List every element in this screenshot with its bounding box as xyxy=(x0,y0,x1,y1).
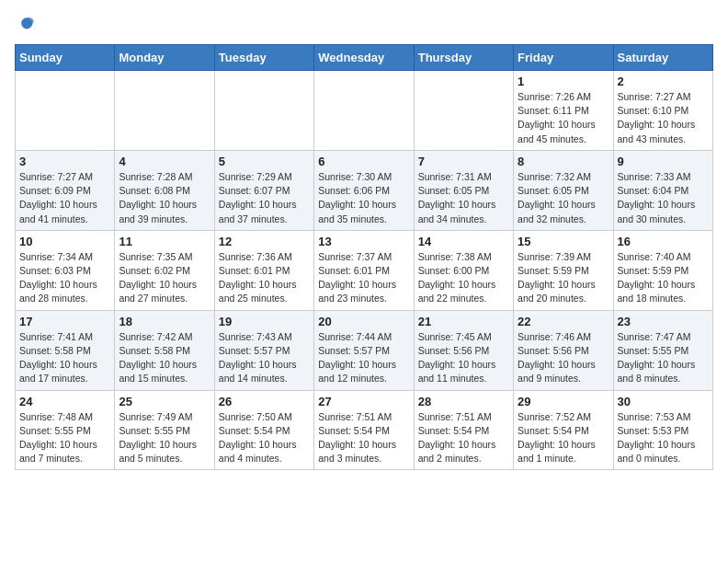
calendar-cell: 1Sunrise: 7:26 AM Sunset: 6:11 PM Daylig… xyxy=(514,71,613,151)
calendar-cell: 27Sunrise: 7:51 AM Sunset: 5:54 PM Dayli… xyxy=(314,390,414,470)
calendar-cell: 10Sunrise: 7:34 AM Sunset: 6:03 PM Dayli… xyxy=(16,230,115,310)
calendar-cell: 15Sunrise: 7:39 AM Sunset: 5:59 PM Dayli… xyxy=(514,230,613,310)
day-number: 24 xyxy=(19,395,110,408)
day-info: Sunrise: 7:32 AM Sunset: 6:05 PM Dayligh… xyxy=(518,170,609,226)
calendar-cell: 8Sunrise: 7:32 AM Sunset: 6:05 PM Daylig… xyxy=(514,150,613,230)
calendar-cell xyxy=(214,71,313,151)
calendar-week-3: 10Sunrise: 7:34 AM Sunset: 6:03 PM Dayli… xyxy=(16,230,713,310)
day-info: Sunrise: 7:45 AM Sunset: 5:56 PM Dayligh… xyxy=(418,330,509,386)
day-info: Sunrise: 7:29 AM Sunset: 6:07 PM Dayligh… xyxy=(219,170,310,226)
day-info: Sunrise: 7:38 AM Sunset: 6:00 PM Dayligh… xyxy=(418,250,509,306)
day-number: 5 xyxy=(219,155,310,168)
calendar-cell: 7Sunrise: 7:31 AM Sunset: 6:05 PM Daylig… xyxy=(414,150,513,230)
day-info: Sunrise: 7:46 AM Sunset: 5:56 PM Dayligh… xyxy=(518,330,609,386)
calendar-cell xyxy=(414,71,513,151)
day-info: Sunrise: 7:43 AM Sunset: 5:57 PM Dayligh… xyxy=(219,330,310,386)
day-number: 9 xyxy=(618,155,709,168)
day-number: 30 xyxy=(618,395,709,408)
calendar-cell xyxy=(314,71,414,151)
calendar-header-tuesday: Tuesday xyxy=(214,45,313,71)
calendar-header-saturday: Saturday xyxy=(613,45,712,71)
day-number: 6 xyxy=(318,155,409,168)
calendar-cell: 2Sunrise: 7:27 AM Sunset: 6:10 PM Daylig… xyxy=(613,71,712,151)
day-info: Sunrise: 7:27 AM Sunset: 6:10 PM Dayligh… xyxy=(618,90,709,146)
calendar-cell: 30Sunrise: 7:53 AM Sunset: 5:53 PM Dayli… xyxy=(613,390,712,470)
day-info: Sunrise: 7:52 AM Sunset: 5:54 PM Dayligh… xyxy=(518,410,609,466)
calendar-cell: 17Sunrise: 7:41 AM Sunset: 5:58 PM Dayli… xyxy=(16,310,115,390)
day-info: Sunrise: 7:35 AM Sunset: 6:02 PM Dayligh… xyxy=(119,250,210,306)
calendar-header-row: SundayMondayTuesdayWednesdayThursdayFrid… xyxy=(16,45,713,71)
calendar-cell: 26Sunrise: 7:50 AM Sunset: 5:54 PM Dayli… xyxy=(214,390,313,470)
day-info: Sunrise: 7:27 AM Sunset: 6:09 PM Dayligh… xyxy=(19,170,110,226)
calendar-week-5: 24Sunrise: 7:48 AM Sunset: 5:55 PM Dayli… xyxy=(16,390,713,470)
calendar-cell: 24Sunrise: 7:48 AM Sunset: 5:55 PM Dayli… xyxy=(16,390,115,470)
logo-bird-icon xyxy=(17,15,37,35)
day-number: 25 xyxy=(119,395,210,408)
calendar-cell: 28Sunrise: 7:51 AM Sunset: 5:54 PM Dayli… xyxy=(414,390,513,470)
calendar-cell: 4Sunrise: 7:28 AM Sunset: 6:08 PM Daylig… xyxy=(115,150,214,230)
calendar-cell: 18Sunrise: 7:42 AM Sunset: 5:58 PM Dayli… xyxy=(115,310,214,390)
day-info: Sunrise: 7:53 AM Sunset: 5:53 PM Dayligh… xyxy=(618,410,709,466)
day-number: 19 xyxy=(219,315,310,328)
day-number: 21 xyxy=(418,315,509,328)
calendar-cell: 3Sunrise: 7:27 AM Sunset: 6:09 PM Daylig… xyxy=(16,150,115,230)
day-info: Sunrise: 7:51 AM Sunset: 5:54 PM Dayligh… xyxy=(318,410,409,466)
day-number: 7 xyxy=(418,155,509,168)
day-info: Sunrise: 7:31 AM Sunset: 6:05 PM Dayligh… xyxy=(418,170,509,226)
day-info: Sunrise: 7:48 AM Sunset: 5:55 PM Dayligh… xyxy=(19,410,110,466)
calendar-cell: 6Sunrise: 7:30 AM Sunset: 6:06 PM Daylig… xyxy=(314,150,414,230)
day-info: Sunrise: 7:34 AM Sunset: 6:03 PM Dayligh… xyxy=(19,250,110,306)
day-number: 23 xyxy=(618,315,709,328)
day-info: Sunrise: 7:51 AM Sunset: 5:54 PM Dayligh… xyxy=(418,410,509,466)
day-info: Sunrise: 7:37 AM Sunset: 6:01 PM Dayligh… xyxy=(318,250,409,306)
day-number: 27 xyxy=(318,395,409,408)
day-info: Sunrise: 7:40 AM Sunset: 5:59 PM Dayligh… xyxy=(618,250,709,306)
day-number: 14 xyxy=(418,235,509,248)
day-info: Sunrise: 7:44 AM Sunset: 5:57 PM Dayligh… xyxy=(318,330,409,386)
calendar-cell: 20Sunrise: 7:44 AM Sunset: 5:57 PM Dayli… xyxy=(314,310,414,390)
day-info: Sunrise: 7:28 AM Sunset: 6:08 PM Dayligh… xyxy=(119,170,210,226)
calendar-cell: 13Sunrise: 7:37 AM Sunset: 6:01 PM Dayli… xyxy=(314,230,414,310)
calendar-cell: 29Sunrise: 7:52 AM Sunset: 5:54 PM Dayli… xyxy=(514,390,613,470)
day-number: 12 xyxy=(219,235,310,248)
day-number: 2 xyxy=(618,75,709,88)
calendar-cell: 19Sunrise: 7:43 AM Sunset: 5:57 PM Dayli… xyxy=(214,310,313,390)
calendar-cell: 12Sunrise: 7:36 AM Sunset: 6:01 PM Dayli… xyxy=(214,230,313,310)
calendar-header-thursday: Thursday xyxy=(414,45,513,71)
day-number: 16 xyxy=(618,235,709,248)
day-info: Sunrise: 7:49 AM Sunset: 5:55 PM Dayligh… xyxy=(119,410,210,466)
page-header xyxy=(15,15,713,35)
day-info: Sunrise: 7:41 AM Sunset: 5:58 PM Dayligh… xyxy=(19,330,110,386)
calendar-week-4: 17Sunrise: 7:41 AM Sunset: 5:58 PM Dayli… xyxy=(16,310,713,390)
day-info: Sunrise: 7:33 AM Sunset: 6:04 PM Dayligh… xyxy=(618,170,709,226)
day-number: 4 xyxy=(119,155,210,168)
calendar-table: SundayMondayTuesdayWednesdayThursdayFrid… xyxy=(15,44,713,470)
day-info: Sunrise: 7:42 AM Sunset: 5:58 PM Dayligh… xyxy=(119,330,210,386)
day-number: 17 xyxy=(19,315,110,328)
day-number: 26 xyxy=(219,395,310,408)
day-number: 15 xyxy=(518,235,609,248)
calendar-cell: 22Sunrise: 7:46 AM Sunset: 5:56 PM Dayli… xyxy=(514,310,613,390)
day-number: 28 xyxy=(418,395,509,408)
logo xyxy=(15,15,37,35)
calendar-cell: 21Sunrise: 7:45 AM Sunset: 5:56 PM Dayli… xyxy=(414,310,513,390)
day-number: 8 xyxy=(518,155,609,168)
day-info: Sunrise: 7:47 AM Sunset: 5:55 PM Dayligh… xyxy=(618,330,709,386)
day-number: 3 xyxy=(19,155,110,168)
day-info: Sunrise: 7:36 AM Sunset: 6:01 PM Dayligh… xyxy=(219,250,310,306)
day-number: 29 xyxy=(518,395,609,408)
calendar-cell: 23Sunrise: 7:47 AM Sunset: 5:55 PM Dayli… xyxy=(613,310,712,390)
day-info: Sunrise: 7:26 AM Sunset: 6:11 PM Dayligh… xyxy=(518,90,609,146)
calendar-cell: 9Sunrise: 7:33 AM Sunset: 6:04 PM Daylig… xyxy=(613,150,712,230)
day-number: 10 xyxy=(19,235,110,248)
calendar-cell: 16Sunrise: 7:40 AM Sunset: 5:59 PM Dayli… xyxy=(613,230,712,310)
calendar-cell xyxy=(16,71,115,151)
day-number: 22 xyxy=(518,315,609,328)
day-number: 1 xyxy=(518,75,609,88)
calendar-cell: 14Sunrise: 7:38 AM Sunset: 6:00 PM Dayli… xyxy=(414,230,513,310)
calendar-week-2: 3Sunrise: 7:27 AM Sunset: 6:09 PM Daylig… xyxy=(16,150,713,230)
day-number: 18 xyxy=(119,315,210,328)
day-number: 13 xyxy=(318,235,409,248)
calendar-cell xyxy=(115,71,214,151)
calendar-cell: 5Sunrise: 7:29 AM Sunset: 6:07 PM Daylig… xyxy=(214,150,313,230)
